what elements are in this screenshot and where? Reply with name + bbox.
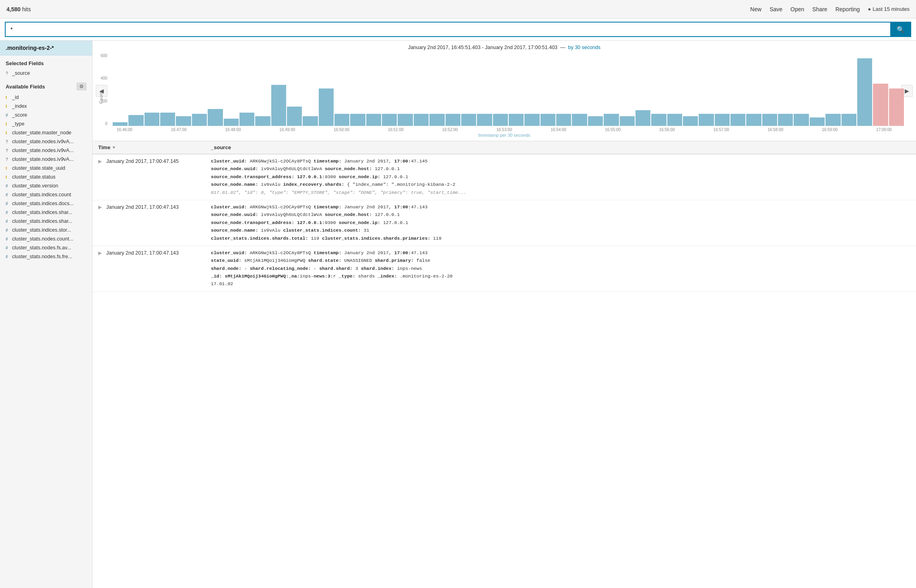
chart-bar[interactable] [509,114,524,126]
chart-bar[interactable] [794,114,809,126]
field-name: cluster_stats.indices.shar... [12,218,72,224]
chart-bar[interactable] [461,114,476,126]
field-name: cluster_state.state_uuid [12,165,65,171]
search-input[interactable] [5,22,890,37]
chart-bar[interactable] [350,114,365,126]
row-expand-button[interactable]: ▶ [98,158,106,164]
chart-bar[interactable] [319,88,334,126]
field-key: timestamp: [314,158,341,164]
available-field-item[interactable]: #cluster_stats.nodes.fs.fre... [0,252,92,261]
field-source[interactable]: ? _source [0,69,92,78]
available-field-item[interactable]: #cluster_stats.indices.docs... [0,199,92,208]
x-label: 16:57:00 [714,127,729,132]
chart-bar[interactable] [382,114,397,126]
share-button[interactable]: Share [812,6,827,12]
chart-bar[interactable] [889,88,904,126]
available-field-item[interactable]: #_score [0,111,92,119]
available-field-item[interactable]: t_type [0,119,92,128]
chart-bar[interactable] [651,114,666,126]
chart-bar[interactable] [446,114,460,126]
row-expand-button[interactable]: ▶ [98,249,106,256]
chart-bar[interactable] [746,114,761,126]
chart-bar[interactable] [160,113,175,126]
available-fields-label: Available Fields [6,84,45,90]
chart-bar[interactable] [715,114,730,126]
chart-bar[interactable] [810,117,825,126]
chart-bar[interactable] [334,114,349,126]
chart-by-link[interactable]: by 30 seconds [568,45,600,50]
results-table: Time ▼ _source ▶January 2nd 2017, 17:00:… [93,141,916,588]
chart-bar[interactable] [541,114,555,126]
chart-bar[interactable] [128,115,143,126]
table-row: ▶January 2nd 2017, 17:00:47.145cluster_u… [93,154,916,200]
source-line: 017.01.02", "id": 0, "type": "EMPTY_STOR… [211,189,910,196]
chart-bar[interactable] [778,114,793,126]
available-field-item[interactable]: t_id [0,93,92,102]
x-label: 16:54:00 [551,127,566,132]
main-layout: .monitoring-es-2-* Selected Fields ? _so… [0,41,916,588]
chart-bar[interactable] [842,114,856,126]
chart-bar[interactable] [303,116,318,126]
chart-bar[interactable] [620,116,635,126]
fields-gear-button[interactable]: ⚙ [76,82,87,90]
chart-bar[interactable] [429,114,444,126]
row-source: cluster_uuid: ARKGNwjkSl-c2OCAy8PTsQ tim… [211,204,910,243]
field-key: 00: [402,250,411,255]
chart-bar[interactable] [635,110,650,126]
chart-bar[interactable] [683,116,698,126]
chart-bar[interactable] [825,114,840,126]
available-field-item[interactable]: #cluster_stats.indices.stor... [0,226,92,234]
chart-bar[interactable] [667,114,682,126]
chart-bar[interactable] [192,114,207,126]
index-pattern[interactable]: .monitoring-es-2-* [0,41,92,56]
available-field-item[interactable]: tcluster_state.master_node [0,128,92,137]
time-filter[interactable]: ● Last 15 minutes [868,6,910,12]
available-field-item[interactable]: t_index [0,102,92,111]
chart-bar[interactable] [572,114,587,126]
chart-bar[interactable] [239,113,254,126]
available-field-item[interactable]: tcluster_state.state_uuid [0,164,92,173]
chart-bar[interactable] [493,114,508,126]
chart-bar[interactable] [857,58,872,126]
new-button[interactable]: New [750,6,761,12]
available-field-item[interactable]: ?cluster_state.nodes.iv9vA... [0,137,92,146]
chart-bar[interactable] [255,116,270,126]
chart-bar[interactable] [113,122,128,126]
field-type-icon: # [6,113,10,117]
chart-bar[interactable] [224,119,239,126]
available-field-item[interactable]: #cluster_stats.indices.shar... [0,208,92,217]
available-field-item[interactable]: ?cluster_state.nodes.iv9vA... [0,155,92,164]
chart-bar[interactable] [730,114,745,126]
available-field-item[interactable]: #cluster_stats.nodes.count... [0,234,92,243]
search-button[interactable]: 🔍 [890,22,911,37]
chart-bar[interactable] [604,114,619,126]
reporting-button[interactable]: Reporting [836,6,860,12]
available-field-item[interactable]: ?cluster_state.nodes.iv9vA... [0,146,92,155]
chart-bar[interactable] [414,114,429,126]
chart-bar[interactable] [208,109,223,126]
chart-bar[interactable] [556,114,571,126]
chart-bar[interactable] [144,113,159,126]
chart-bar[interactable] [762,114,777,126]
save-button[interactable]: Save [770,6,782,12]
field-key: timestamp: [314,204,341,210]
available-field-item[interactable]: #cluster_state.version [0,181,92,190]
available-field-item[interactable]: tcluster_state.status [0,173,92,181]
open-button[interactable]: Open [790,6,804,12]
x-label: 16:53:00 [496,127,512,132]
field-name: cluster_state.master_node [12,130,71,136]
available-field-item[interactable]: #cluster_stats.indices.shar... [0,217,92,226]
chart-bar[interactable] [699,114,714,126]
available-field-item[interactable]: #cluster_stats.indices.count [0,190,92,199]
row-expand-button[interactable]: ▶ [98,204,106,210]
chart-bar[interactable] [176,116,191,126]
chart-bar[interactable] [271,85,286,126]
available-field-item[interactable]: #cluster_stats.nodes.fs.av... [0,243,92,252]
chart-bar[interactable] [398,114,413,126]
chart-bar[interactable] [477,114,492,126]
chart-bar[interactable] [873,84,888,126]
chart-bar[interactable] [588,116,603,126]
chart-bar[interactable] [287,107,302,126]
chart-bar[interactable] [524,114,539,126]
chart-bar[interactable] [366,114,381,126]
